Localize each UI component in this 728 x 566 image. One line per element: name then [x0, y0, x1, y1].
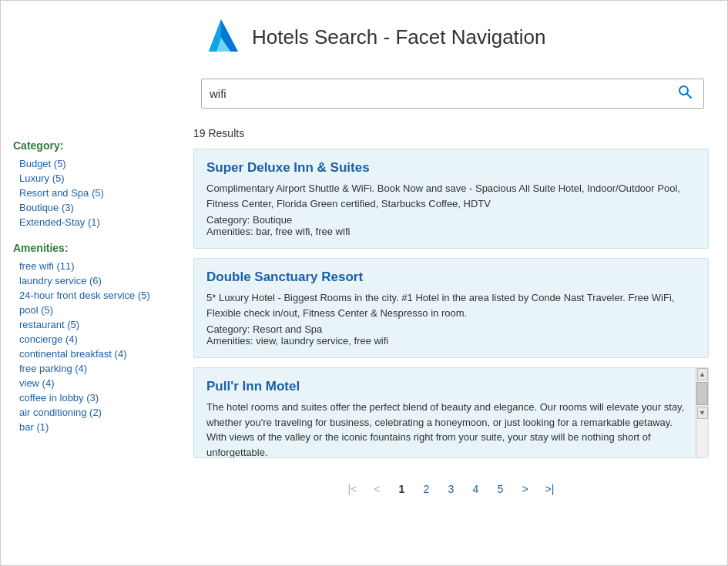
scrollbar-track: ▲ ▼ — [696, 368, 708, 457]
amenities-facet-list: free wifi (11) laundry service (6) 24-ho… — [13, 259, 173, 434]
search-bar-container — [1, 71, 727, 119]
result-desc-2: 5* Luxury Hotel - Biggest Rooms in the c… — [206, 290, 696, 320]
facet-resort-spa[interactable]: Resort and Spa (5) — [13, 186, 173, 200]
pagination-page-4[interactable]: 4 — [465, 478, 487, 500]
result-card-3-inner: Pull'r Inn Motel The hotel rooms and sui… — [194, 368, 708, 458]
search-bar — [201, 79, 704, 109]
category-facet-list: Budget (5) Luxury (5) Resort and Spa (5)… — [13, 156, 173, 229]
result-title-3[interactable]: Pull'r Inn Motel — [206, 379, 686, 394]
amenity-restaurant[interactable]: restaurant (5) — [13, 317, 173, 332]
result-card-2: Double Sanctuary Resort 5* Luxury Hotel … — [193, 258, 709, 358]
results-area: 19 Results Super Deluxe Inn & Suites Com… — [186, 119, 727, 515]
pagination-page-1[interactable]: 1 — [391, 478, 413, 500]
pagination: |< < 1 2 3 4 5 > >| — [193, 467, 709, 507]
search-input[interactable] — [210, 87, 674, 100]
result-card-3: Pull'r Inn Motel The hotel rooms and sui… — [193, 367, 709, 458]
facet-budget[interactable]: Budget (5) — [13, 156, 173, 171]
amenity-laundry[interactable]: laundry service (6) — [13, 273, 173, 288]
results-count: 19 Results — [193, 127, 709, 139]
scrollbar-up-arrow[interactable]: ▲ — [697, 368, 708, 380]
pagination-page-5[interactable]: 5 — [490, 478, 512, 500]
amenity-bar[interactable]: bar (1) — [13, 420, 173, 434]
pagination-next[interactable]: > — [515, 478, 536, 500]
amenity-coffee-lobby[interactable]: coffee in lobby (3) — [13, 390, 173, 405]
logo — [201, 16, 241, 59]
search-button[interactable] — [674, 84, 696, 103]
pagination-page-2[interactable]: 2 — [416, 478, 438, 500]
result-desc-1: Complimentary Airport Shuttle & WiFi. Bo… — [206, 181, 696, 211]
facet-extended-stay[interactable]: Extended-Stay (1) — [13, 215, 173, 229]
result-category-2: Category: Resort and Spa — [206, 323, 696, 335]
amenity-continental-breakfast[interactable]: continental breakfast (4) — [13, 347, 173, 361]
pagination-first[interactable]: |< — [342, 478, 364, 500]
result-card-1: Super Deluxe Inn & Suites Complimentary … — [193, 149, 709, 249]
facet-luxury[interactable]: Luxury (5) — [13, 171, 173, 186]
scrollbar-down-arrow[interactable]: ▼ — [697, 407, 708, 419]
main-layout: Category: Budget (5) Luxury (5) Resort a… — [1, 119, 727, 515]
category-facet-title: Category: — [13, 139, 173, 152]
result-category-1: Category: Boutique — [206, 214, 696, 226]
amenities-facet-title: Amenities: — [13, 242, 173, 254]
facet-boutique[interactable]: Boutique (3) — [13, 200, 173, 215]
amenity-concierge[interactable]: concierge (4) — [13, 332, 173, 347]
pagination-last[interactable]: >| — [539, 478, 561, 500]
amenity-view[interactable]: view (4) — [13, 376, 173, 390]
amenity-free-parking[interactable]: free parking (4) — [13, 361, 173, 376]
sidebar: Category: Budget (5) Luxury (5) Resort a… — [1, 119, 186, 515]
result-title-2[interactable]: Double Sanctuary Resort — [206, 270, 696, 285]
result-amenities-2: Amenities: view, laundry service, free w… — [206, 335, 696, 347]
pagination-page-3[interactable]: 3 — [441, 478, 462, 500]
scrollbar-thumb[interactable] — [696, 382, 708, 405]
amenity-air-conditioning[interactable]: air conditioning (2) — [13, 405, 173, 420]
header: Hotels Search - Facet Navigation — [1, 1, 727, 71]
result-title-1[interactable]: Super Deluxe Inn & Suites — [206, 160, 696, 176]
pagination-prev[interactable]: < — [367, 478, 388, 500]
page-title: Hotels Search - Facet Navigation — [252, 25, 546, 49]
amenity-free-wifi[interactable]: free wifi (11) — [13, 259, 173, 273]
amenity-24hr-desk[interactable]: 24-hour front desk service (5) — [13, 288, 173, 303]
svg-line-4 — [687, 94, 692, 99]
result-desc-3: The hotel rooms and suites offer the per… — [206, 400, 686, 458]
amenity-pool[interactable]: pool (5) — [13, 303, 173, 317]
result-amenities-1: Amenities: bar, free wifi, free wifi — [206, 226, 696, 237]
